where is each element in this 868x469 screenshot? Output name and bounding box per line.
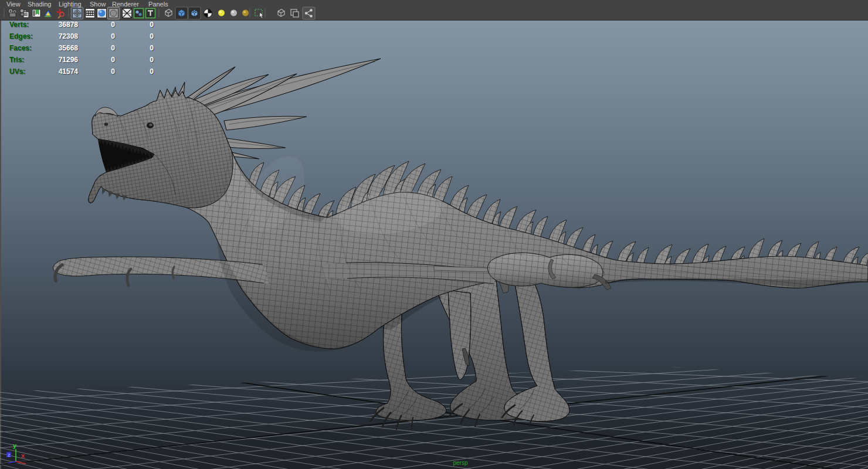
svg-text:x: x	[21, 452, 25, 459]
svg-text:z: z	[8, 452, 11, 458]
svg-text:y: y	[13, 442, 17, 449]
